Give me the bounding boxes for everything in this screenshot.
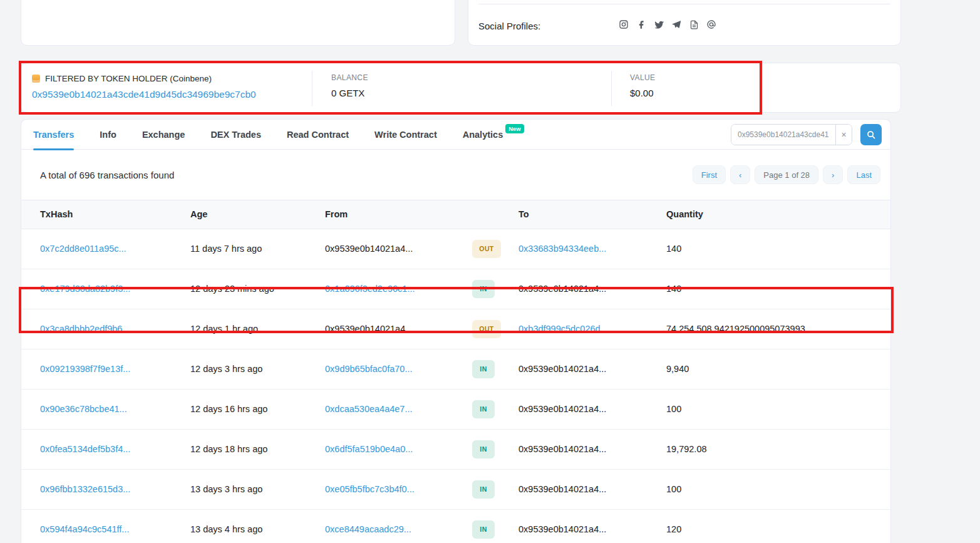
balance-block: BALANCE 0 GETX [331, 73, 368, 98]
direction-badge: IN [472, 440, 495, 458]
quantity-text: 120 [666, 524, 681, 534]
tab-label: DEX Trades [210, 130, 261, 140]
transactions-summary: A total of 696 transactions found [40, 170, 174, 180]
value-label: VALUE [630, 73, 655, 82]
tab-exchange[interactable]: Exchange [142, 120, 185, 150]
tabs: TransfersInfoExchangeDEX TradesRead Cont… [31, 120, 524, 150]
txhash-link[interactable]: 0x7c2dd8e011a95c... [40, 244, 126, 254]
filter-label: FILTERED BY TOKEN HOLDER (Coinbene) [45, 74, 212, 83]
tab-read-contract[interactable]: Read Contract [287, 120, 349, 150]
direction-badge: IN [472, 400, 495, 418]
to-address: 0x9539e0b14021a4... [518, 484, 606, 494]
quantity-text: 140 [666, 284, 681, 294]
txhash-link[interactable]: 0x3ca8dbbb2edf9b6... [40, 324, 130, 334]
value-amount: $0.00 [630, 88, 655, 98]
balance-value: 0 GETX [331, 88, 368, 98]
table-row: 0x96fbb1332e615d3...13 days 3 hrs ago0xe… [21, 470, 890, 510]
blog-icon[interactable] [689, 19, 699, 29]
txhash-link[interactable]: 0x594f4a94c9c541ff... [40, 524, 129, 534]
table-row: 0xe179d30da82b9f3...12 days 23 mins ago0… [21, 269, 890, 309]
token-filter-icon [32, 75, 40, 83]
from-address-link[interactable]: 0x1a096f3ed2e96c1... [325, 284, 415, 294]
from-address-link[interactable]: 0xdcaa530ea4a4e7... [325, 404, 413, 414]
from-address-link[interactable]: 0xce8449acaadc29... [325, 524, 411, 534]
txhash-link[interactable]: 0x0fea5134def5b3f4... [40, 444, 130, 454]
quantity-text: 100 [666, 404, 681, 414]
balance-label: BALANCE [331, 73, 368, 82]
txhash-link[interactable]: 0xe179d30da82b9f3... [40, 284, 130, 294]
quantity-text: 74,254,508.942192500095073993 [666, 324, 805, 334]
email-icon[interactable] [706, 19, 716, 29]
facebook-icon[interactable] [636, 19, 646, 29]
social-icons-row [619, 19, 716, 29]
page-indicator: Page 1 of 28 [755, 165, 818, 184]
tab-label: Transfers [33, 130, 74, 140]
prev-page-button[interactable]: ‹ [730, 165, 750, 184]
tab-write-contract[interactable]: Write Contract [374, 120, 437, 150]
to-address: 0x9539e0b14021a4... [518, 404, 606, 414]
txhash-link[interactable]: 0x90e36c78bcbe41... [40, 404, 127, 414]
tab-label: Analytics [463, 130, 503, 140]
table-row: 0x0fea5134def5b3f4...12 days 18 hrs ago0… [21, 430, 890, 470]
filter-address-link[interactable]: 0x9539e0b14021a43cde41d9d45dc34969be9c7c… [32, 89, 256, 100]
tab-label: Info [100, 130, 116, 140]
age-text: 13 days 4 hrs ago [190, 524, 262, 534]
filter-divider [611, 71, 612, 106]
tab-dex-trades[interactable]: DEX Trades [210, 120, 261, 150]
to-address-link[interactable]: 0xb3df999c5dc026d... [518, 324, 608, 334]
clear-search-button[interactable]: × [835, 125, 852, 145]
from-address-link[interactable]: 0x6df5fa519b0e4a0... [325, 444, 413, 454]
search-button[interactable] [860, 124, 882, 145]
age-text: 12 days 18 hrs ago [190, 444, 267, 454]
table-row: 0x90e36c78bcbe41...12 days 16 hrs ago0xd… [21, 390, 890, 430]
col-quantity: Quantity [666, 200, 890, 229]
table-row: 0x09219398f7f9e13f...12 days 3 hrs ago0x… [21, 349, 890, 390]
transfers-table: TxHash Age From To Quantity 0x7c2dd8e011… [21, 200, 890, 543]
age-text: 12 days 3 hrs ago [190, 364, 262, 374]
direction-badge: IN [472, 520, 495, 539]
direction-badge: OUT [472, 320, 501, 338]
direction-badge: IN [472, 360, 495, 378]
tab-label: Write Contract [374, 130, 437, 140]
last-page-button[interactable]: Last [847, 165, 880, 184]
search-input[interactable] [731, 125, 835, 145]
telegram-icon[interactable] [671, 19, 681, 29]
pagination: First ‹ Page 1 of 28 › Last [693, 165, 880, 184]
filter-card: FILTERED BY TOKEN HOLDER (Coinbene) 0x95… [21, 63, 901, 113]
from-address-link[interactable]: 0xe05fb5fbc7c3b4f0... [325, 484, 415, 494]
to-address: 0x9539e0b14021a4... [518, 444, 606, 454]
table-row: 0x7c2dd8e011a95c...11 days 7 hrs ago0x95… [21, 229, 890, 269]
direction-badge: IN [472, 280, 495, 298]
instagram-icon[interactable] [619, 19, 629, 29]
direction-badge: OUT [472, 240, 501, 258]
txhash-link[interactable]: 0x96fbb1332e615d3... [40, 484, 130, 494]
txhash-link[interactable]: 0x09219398f7f9e13f... [40, 364, 130, 374]
to-address: 0x9539e0b14021a4... [518, 524, 606, 534]
tab-analytics[interactable]: AnalyticsNew [463, 120, 524, 150]
search-icon [867, 130, 875, 139]
table-row: 0x594f4a94c9c541ff...13 days 4 hrs ago0x… [21, 510, 890, 543]
search-box: × [731, 124, 852, 145]
filter-divider [312, 71, 312, 106]
tab-bar: TransfersInfoExchangeDEX TradesRead Cont… [21, 120, 890, 150]
first-page-button[interactable]: First [693, 165, 726, 184]
card-divider [478, 4, 890, 4]
to-address: 0x9539e0b14021a4... [518, 364, 606, 374]
to-address-link[interactable]: 0x33683b94334eeb... [518, 244, 606, 254]
quantity-text: 19,792.08 [666, 444, 707, 454]
direction-badge: IN [472, 480, 495, 499]
social-profiles-label: Social Profiles: [478, 21, 540, 31]
to-address: 0x9539e0b14021a4... [518, 284, 606, 294]
quantity-text: 140 [666, 244, 681, 254]
tab-transfers[interactable]: Transfers [33, 120, 74, 150]
age-text: 11 days 7 hrs ago [190, 244, 262, 254]
quantity-text: 100 [666, 484, 681, 494]
tab-label: Read Contract [287, 130, 349, 140]
tab-info[interactable]: Info [100, 120, 116, 150]
col-txhash: TxHash [21, 200, 190, 229]
table-row: 0x3ca8dbbb2edf9b6...12 days 1 hr ago0x95… [21, 309, 890, 349]
next-page-button[interactable]: › [823, 165, 843, 184]
twitter-icon[interactable] [654, 19, 664, 29]
from-address-link[interactable]: 0x9d9b65bfac0fa70... [325, 364, 412, 374]
from-address: 0x9539e0b14021a4... [325, 324, 413, 334]
